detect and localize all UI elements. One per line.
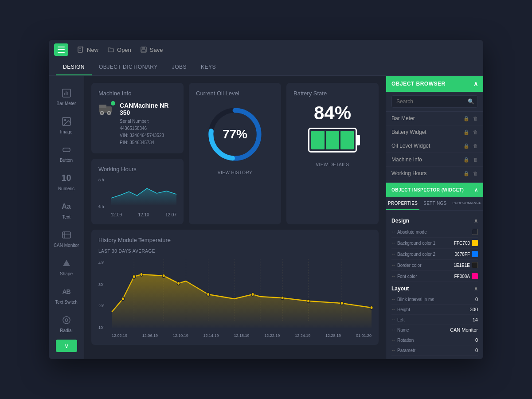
delete-icon[interactable]: 🗑 xyxy=(473,157,478,163)
object-inspector-title: OBJECT INSPECTOR (WIDGET) xyxy=(391,188,464,192)
search-icon: 🔍 xyxy=(468,98,474,105)
battery-container: 84% xyxy=(293,102,372,159)
svg-point-42 xyxy=(140,273,143,276)
top-widget-row: Machine Info xyxy=(91,83,379,224)
svg-marker-17 xyxy=(63,260,70,266)
list-item[interactable]: Bar Meter 🔒 🗑 xyxy=(386,112,483,125)
lock-icon[interactable]: 🔒 xyxy=(463,116,469,121)
obj-item-actions: 🔒 🗑 xyxy=(463,116,478,121)
sidebar-item-text[interactable]: Aa Text xyxy=(52,196,81,223)
save-button[interactable]: Save xyxy=(140,46,163,53)
tab-jobs[interactable]: JOBS xyxy=(165,59,194,75)
value-name: CAN Monitor xyxy=(450,327,478,332)
color-swatch-bg1 xyxy=(472,240,478,246)
value-bg2[interactable]: 0678FF xyxy=(455,251,478,257)
inspector-row-bg2: ↔ Background color 2 0678FF xyxy=(391,249,478,260)
sidebar-item-radial[interactable]: Radial xyxy=(52,310,81,336)
shape-icon xyxy=(60,257,73,270)
value-font[interactable]: FF008A xyxy=(454,273,478,279)
sidebar-item-label-bar-meter: Bar Meter xyxy=(57,101,76,106)
sidebar-item-bar-meter[interactable]: Bar Meter xyxy=(52,83,81,110)
list-item[interactable]: Oil Level Widget 🔒 🗑 xyxy=(386,139,483,153)
view-details-link[interactable]: VIEW DETAILS xyxy=(293,162,372,167)
list-item[interactable]: Working Hours 🔒 🗑 xyxy=(386,167,483,180)
machine-info-widget: Machine Info xyxy=(91,83,184,153)
inspector-row-blink: ↔ Blink interval in ms 0 xyxy=(391,294,478,305)
delete-icon[interactable]: 🗑 xyxy=(473,129,478,135)
value-blink: 0 xyxy=(475,297,478,302)
sidebar-item-shape[interactable]: Shape xyxy=(52,253,81,280)
sidebar-item-image[interactable]: Image xyxy=(52,111,81,138)
object-browser-header[interactable]: OBJECT BROWSER ∧ xyxy=(386,76,483,92)
value-border[interactable]: 1E1E1E xyxy=(454,262,478,268)
inspector-tab-performance[interactable]: PERFORMANCE xyxy=(450,197,483,210)
sidebar-item-label-image: Image xyxy=(60,129,73,134)
sidebar-item-can-monitor[interactable]: CAN Monitor xyxy=(52,225,81,251)
svg-point-45 xyxy=(207,293,210,296)
lock-icon[interactable]: 🔒 xyxy=(463,129,469,135)
label-blink: ↔ Blink interval in ms xyxy=(391,297,434,302)
search-wrap: 🔍 xyxy=(391,95,478,108)
svg-rect-21 xyxy=(99,105,106,108)
new-button[interactable]: New xyxy=(77,46,98,53)
sidebar-expand-button[interactable]: ∨ xyxy=(56,340,77,352)
value-left: 14 xyxy=(473,317,478,322)
tab-object-dictionary[interactable]: OBJECT DICTIONARY xyxy=(92,59,165,75)
inspector-tab-settings[interactable]: SETTINGS xyxy=(419,197,450,210)
delete-icon[interactable]: 🗑 xyxy=(473,116,478,121)
delete-icon[interactable]: 🗑 xyxy=(473,171,478,176)
chevron-down-icon: ∨ xyxy=(64,342,69,349)
open-button[interactable]: Open xyxy=(107,46,131,53)
object-inspector-header[interactable]: OBJECT INSPECTOR (WIDGET) ∧ xyxy=(386,182,483,197)
delete-icon[interactable]: 🗑 xyxy=(473,143,478,149)
search-input[interactable] xyxy=(391,95,478,108)
menu-button[interactable] xyxy=(54,43,68,56)
svg-rect-0 xyxy=(78,47,82,52)
prop-icon: ↔ xyxy=(391,297,395,301)
text-icon: Aa xyxy=(60,200,73,213)
prop-icon: ↔ xyxy=(391,263,395,267)
sidebar-item-button[interactable]: Button xyxy=(52,140,81,166)
list-item[interactable]: Battery Widget 🔒 🗑 xyxy=(386,125,483,139)
sidebar: Bar Meter Image Button 10 Numeric Aa T xyxy=(49,76,84,359)
svg-rect-6 xyxy=(142,50,145,52)
tab-design[interactable]: DESIGN xyxy=(56,59,92,75)
label-left: ↔ Left xyxy=(391,317,405,322)
image-icon xyxy=(60,115,73,128)
lock-icon[interactable]: 🔒 xyxy=(463,143,469,149)
lock-icon[interactable]: 🔒 xyxy=(463,157,469,163)
svg-rect-7 xyxy=(63,89,70,97)
svg-marker-39 xyxy=(112,274,372,328)
value-bg1[interactable]: FFC700 xyxy=(454,240,478,246)
checkbox-absolute[interactable] xyxy=(472,229,478,235)
history-widget: History Module Temperature LAST 30 DAYS … xyxy=(91,230,379,345)
oil-level-widget: Current Oil Level xyxy=(189,83,281,224)
machine-info-content: CANMachine NR 350 Serial Number: 4436515… xyxy=(98,102,176,146)
design-section-title: Design ∧ xyxy=(391,218,478,224)
sidebar-item-label-can-monitor: CAN Monitor xyxy=(54,243,79,248)
battery-percent: 84% xyxy=(314,104,351,122)
svg-point-18 xyxy=(63,317,70,324)
svg-point-47 xyxy=(281,296,284,300)
inspector-tabs: PROPERTIES SETTINGS PERFORMANCE xyxy=(386,197,483,211)
obj-item-name-oil: Oil Level Widget xyxy=(391,143,463,149)
lock-icon[interactable]: 🔒 xyxy=(463,171,469,176)
value-height: 300 xyxy=(470,307,478,312)
view-history-link[interactable]: VIEW HISTORY xyxy=(196,170,274,175)
working-hours-title: Working Hours xyxy=(98,166,176,172)
obj-item-actions: 🔒 🗑 xyxy=(463,157,478,163)
svg-rect-13 xyxy=(63,148,70,152)
can-monitor-icon xyxy=(60,229,73,241)
sidebar-item-label-shape: Shape xyxy=(60,271,73,276)
history-title: History Module Temperature xyxy=(98,237,372,243)
inspector-tab-properties[interactable]: PROPERTIES xyxy=(386,197,419,210)
prop-icon: ↔ xyxy=(391,230,395,234)
sidebar-item-numeric[interactable]: 10 Numeric xyxy=(52,168,81,195)
tab-keys[interactable]: KEYS xyxy=(194,59,223,75)
list-item[interactable]: Machine Info 🔒 🗑 xyxy=(386,153,483,167)
label-font: ↔ Font color xyxy=(391,274,417,279)
svg-point-12 xyxy=(64,119,66,121)
machine-vin: VIN: 32464645743523 xyxy=(120,132,176,139)
sidebar-item-text-switch[interactable]: AB Text Switch xyxy=(52,282,81,308)
inspector-row-bg1: ↔ Background color 1 FFC700 xyxy=(391,238,478,249)
